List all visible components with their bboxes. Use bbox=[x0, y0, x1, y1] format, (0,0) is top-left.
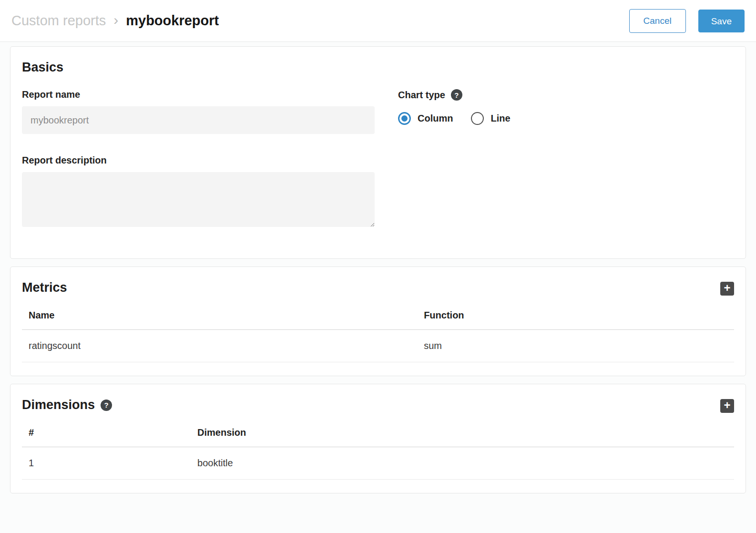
header: Custom reports › mybookreport Cancel Sav… bbox=[0, 0, 756, 42]
metrics-card-header: Metrics + bbox=[10, 267, 746, 304]
report-name-label: Report name bbox=[22, 89, 375, 100]
add-metric-button[interactable]: + bbox=[720, 282, 734, 296]
main-content: Basics Report name Report description Ch… bbox=[0, 42, 756, 512]
chart-type-label: Chart type bbox=[398, 90, 445, 101]
basics-left-column: Report name Report description bbox=[22, 89, 375, 229]
basics-right-column: Chart type ? Column Line bbox=[398, 89, 734, 229]
plus-icon: + bbox=[724, 282, 730, 294]
chart-type-column-label: Column bbox=[418, 113, 453, 124]
dimensions-title-group: Dimensions ? bbox=[22, 398, 112, 412]
chart-type-line-label: Line bbox=[490, 113, 510, 124]
cancel-button[interactable]: Cancel bbox=[629, 9, 686, 33]
dimension-name-cell: booktitle bbox=[191, 447, 734, 480]
breadcrumb-current: mybookreport bbox=[126, 13, 219, 29]
metric-table-row[interactable]: ratingscount sum bbox=[22, 330, 734, 362]
dimensions-table: # Dimension 1 booktitle bbox=[22, 421, 734, 480]
dimensions-column-index: # bbox=[22, 421, 191, 447]
breadcrumb-parent-link[interactable]: Custom reports bbox=[11, 13, 106, 29]
help-icon[interactable]: ? bbox=[451, 89, 462, 101]
metrics-column-name: Name bbox=[22, 304, 417, 330]
chevron-right-icon: › bbox=[113, 13, 118, 27]
basics-title: Basics bbox=[22, 60, 734, 75]
metrics-column-function: Function bbox=[417, 304, 734, 330]
dimensions-card: Dimensions ? + # Dimension 1 booktitle bbox=[10, 384, 746, 493]
dimensions-table-header-row: # Dimension bbox=[22, 421, 734, 447]
report-description-label: Report description bbox=[22, 155, 375, 166]
basics-card: Basics Report name Report description Ch… bbox=[10, 46, 746, 259]
dimensions-column-dimension: Dimension bbox=[191, 421, 734, 447]
dimensions-title: Dimensions bbox=[22, 398, 95, 412]
dimension-index-cell: 1 bbox=[22, 447, 191, 480]
chart-type-column-radio[interactable]: Column bbox=[398, 112, 453, 125]
metrics-card: Metrics + Name Function ratingscount sum bbox=[10, 266, 746, 376]
breadcrumb: Custom reports › mybookreport bbox=[11, 13, 219, 29]
plus-icon: + bbox=[724, 400, 730, 411]
chart-type-radio-group: Column Line bbox=[398, 112, 734, 125]
header-actions: Cancel Save bbox=[629, 9, 745, 33]
chart-type-line-radio[interactable]: Line bbox=[471, 112, 510, 125]
dimensions-card-header: Dimensions ? + bbox=[10, 384, 746, 421]
radio-selected-icon bbox=[398, 112, 411, 125]
metrics-table: Name Function ratingscount sum bbox=[22, 304, 734, 362]
report-description-input[interactable] bbox=[22, 172, 375, 227]
metric-function-cell: sum bbox=[417, 330, 734, 362]
chart-type-header: Chart type ? bbox=[398, 89, 734, 101]
help-icon[interactable]: ? bbox=[101, 400, 112, 411]
add-dimension-button[interactable]: + bbox=[720, 399, 734, 413]
metrics-title: Metrics bbox=[22, 280, 67, 295]
metrics-table-header-row: Name Function bbox=[22, 304, 734, 330]
radio-unselected-icon bbox=[471, 112, 484, 125]
save-button[interactable]: Save bbox=[698, 10, 745, 32]
dimension-table-row[interactable]: 1 booktitle bbox=[22, 447, 734, 480]
basics-grid: Report name Report description Chart typ… bbox=[22, 89, 734, 229]
metric-name-cell: ratingscount bbox=[22, 330, 417, 362]
report-name-input[interactable] bbox=[22, 106, 375, 134]
